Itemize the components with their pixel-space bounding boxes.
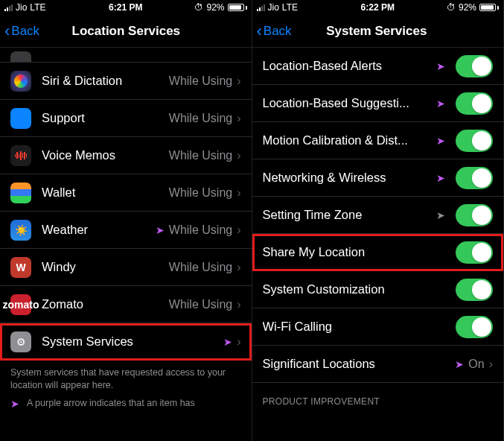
network-label: LTE [282, 2, 298, 13]
footer-text: System services that have requested acce… [0, 361, 252, 395]
list-item-support[interactable]: Support While Using › [0, 100, 252, 137]
row-label: Wallet [42, 185, 159, 200]
footer-legend: ➤ A purple arrow indicates that an item … [0, 395, 252, 413]
phone-location-services: Jio LTE 6:21 PM ⏱ 92% ‹ Back Location Se… [0, 0, 252, 441]
location-arrow-icon: ➤ [436, 209, 445, 221]
row-label: Share My Location [263, 245, 446, 259]
row-detail: While Using [169, 112, 232, 125]
phone-system-services: Jio LTE 6:22 PM ⏱ 92% ‹ Back System Serv… [252, 0, 505, 441]
list-item-siri[interactable]: Siri & Dictation While Using › [0, 63, 252, 100]
list-item-wallet[interactable]: Wallet While Using › [0, 174, 252, 212]
row-detail: While Using [169, 74, 232, 88]
zomato-icon: zomato [10, 294, 31, 315]
row-label: Siri & Dictation [42, 74, 159, 88]
carrier-label: Jio [268, 2, 279, 13]
list-item[interactable] [0, 48, 252, 63]
row-label: Networking & Wireless [263, 171, 427, 185]
list-item-zomato[interactable]: zomato Zomato While Using › [0, 286, 252, 323]
row-label: Wi-Fi Calling [263, 320, 446, 334]
list-item-windy[interactable]: W Windy While Using › [0, 249, 252, 286]
list-item-setting-time-zone[interactable]: Setting Time Zone ➤ [252, 197, 504, 234]
network-label: LTE [30, 2, 45, 13]
page-title: System Services [255, 24, 499, 39]
toggle-switch[interactable] [456, 204, 493, 226]
row-label: Windy [42, 260, 159, 274]
alarm-icon: ⏱ [194, 2, 203, 13]
row-detail: While Using [169, 186, 232, 200]
services-list[interactable]: Location-Based Alerts ➤ Location-Based S… [252, 48, 504, 441]
row-label: Voice Memos [42, 148, 159, 162]
row-detail: While Using [169, 261, 232, 274]
section-header: PRODUCT IMPROVEMENT [252, 383, 504, 411]
row-detail: On [468, 358, 484, 371]
list-item-share-my-location[interactable]: Share My Location [252, 234, 504, 271]
nav-bar: ‹ Back Location Services [0, 15, 252, 48]
list-item-networking-wireless[interactable]: Networking & Wireless ➤ [252, 159, 504, 197]
chevron-right-icon: › [237, 223, 240, 237]
list-item-system-services[interactable]: ⚙ System Services ➤ › [0, 323, 252, 361]
siri-icon [10, 71, 31, 92]
location-arrow-icon: ➤ [436, 135, 445, 147]
signal-icon [257, 4, 265, 11]
location-arrow-icon: ➤ [156, 224, 165, 236]
page-title: Location Services [5, 24, 246, 39]
windy-icon: W [10, 257, 31, 278]
row-label: Significant Locations [263, 357, 445, 371]
battery-percent: 92% [459, 2, 476, 13]
row-label: Location-Based Alerts [263, 59, 427, 73]
row-label: Location-Based Suggesti... [263, 96, 427, 110]
location-arrow-icon: ➤ [436, 172, 445, 184]
list-item-significant-locations[interactable]: Significant Locations ➤ On › [252, 346, 504, 383]
carrier-label: Jio [16, 2, 27, 13]
row-label: Support [42, 111, 159, 125]
location-arrow-icon: ➤ [223, 336, 232, 348]
row-detail: While Using [169, 298, 232, 311]
chevron-right-icon: › [237, 298, 240, 311]
location-arrow-icon: ➤ [10, 398, 19, 410]
app-list[interactable]: Siri & Dictation While Using › Support W… [0, 48, 252, 441]
toggle-switch[interactable] [456, 167, 493, 189]
row-label: Setting Time Zone [263, 208, 427, 222]
toggle-switch[interactable] [456, 241, 493, 264]
list-item-wifi-calling[interactable]: Wi-Fi Calling [252, 308, 504, 346]
row-label: Zomato [42, 297, 159, 311]
list-item-location-alerts[interactable]: Location-Based Alerts ➤ [252, 48, 504, 85]
toggle-switch[interactable] [456, 316, 493, 338]
wallet-icon [10, 183, 31, 203]
weather-icon: ☀️ [10, 220, 31, 241]
signal-icon [4, 4, 13, 11]
row-label: Weather [42, 223, 145, 237]
toggle-switch[interactable] [456, 55, 493, 77]
status-bar: Jio LTE 6:22 PM ⏱ 92% [252, 0, 504, 15]
list-item-weather[interactable]: ☀️ Weather ➤ While Using › [0, 212, 252, 249]
battery-icon [228, 4, 247, 11]
chevron-right-icon: › [237, 149, 240, 162]
list-item-location-suggestions[interactable]: Location-Based Suggesti... ➤ [252, 85, 504, 122]
chevron-right-icon: › [237, 112, 240, 125]
nav-bar: ‹ Back System Services [252, 15, 504, 48]
toggle-switch[interactable] [456, 279, 493, 301]
location-arrow-icon: ➤ [455, 358, 464, 370]
row-detail: While Using [169, 149, 232, 162]
chevron-right-icon: › [489, 358, 493, 371]
battery-percent: 92% [206, 2, 224, 13]
app-icon [10, 51, 31, 62]
row-detail: While Using [169, 223, 232, 237]
gear-icon: ⚙ [10, 331, 31, 352]
support-icon [10, 108, 31, 129]
row-label: System Customization [263, 282, 446, 296]
toggle-switch[interactable] [456, 130, 493, 152]
chevron-right-icon: › [237, 261, 240, 274]
legend-text: A purple arrow indicates that an item ha… [27, 398, 195, 408]
chevron-right-icon: › [237, 74, 240, 88]
location-arrow-icon: ➤ [436, 60, 445, 72]
voice-memos-icon [10, 145, 31, 166]
toggle-switch[interactable] [456, 92, 493, 115]
list-item-system-customization[interactable]: System Customization [252, 271, 504, 308]
chevron-right-icon: › [237, 186, 240, 200]
list-item-motion-calibration[interactable]: Motion Calibration & Dist... ➤ [252, 122, 504, 159]
list-item-voice-memos[interactable]: Voice Memos While Using › [0, 137, 252, 174]
location-arrow-icon: ➤ [436, 98, 445, 110]
alarm-icon: ⏱ [447, 2, 456, 13]
chevron-right-icon: › [237, 335, 240, 349]
